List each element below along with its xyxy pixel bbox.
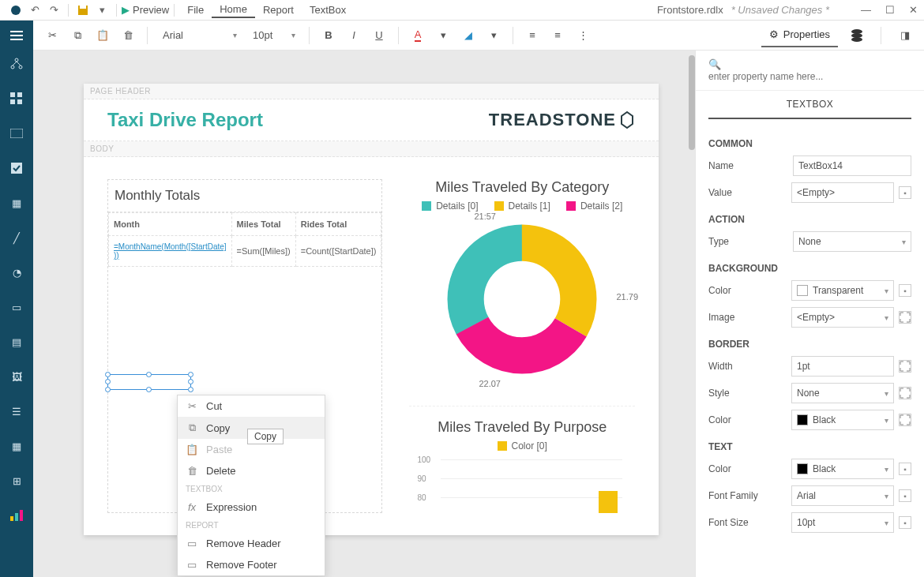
more-icon[interactable]: ⋮ <box>572 24 594 47</box>
align-left-icon[interactable]: ≡ <box>521 24 543 47</box>
font-family-picker-icon[interactable]: ▪ <box>899 489 911 502</box>
container-icon[interactable]: ▭ <box>8 298 25 316</box>
checkbox-icon[interactable] <box>8 159 25 177</box>
table-icon[interactable]: ▦ <box>8 437 25 455</box>
paste-icon[interactable]: 📋 <box>92 24 114 47</box>
svg-rect-20 <box>10 516 13 521</box>
bar-chart[interactable]: Miles Traveled By Purpose Color [0] 100 … <box>409 406 635 513</box>
redo-icon[interactable]: ↷ <box>44 4 63 16</box>
ctx-expression[interactable]: fxExpression <box>178 496 325 518</box>
expand-icon[interactable] <box>899 387 911 399</box>
collapse-panel-icon[interactable]: ◨ <box>894 24 916 47</box>
border-style-select[interactable]: None <box>791 383 894 403</box>
text-color-picker-icon[interactable]: ▪ <box>899 463 911 475</box>
text-color-select[interactable]: Black <box>791 459 894 479</box>
donut-title: Miles Traveled By Category <box>409 179 635 196</box>
svg-rect-17 <box>17 99 22 104</box>
report-title[interactable]: Taxi Drive Report <box>107 109 263 131</box>
bg-image-select[interactable]: <Empty> <box>791 307 894 328</box>
close-icon[interactable]: ✕ <box>909 4 918 16</box>
ctx-remove-header[interactable]: ▭Remove Header <box>178 533 325 554</box>
font-size-select[interactable]: 10pt <box>791 512 894 533</box>
bar-title: Miles Traveled By Purpose <box>409 419 635 436</box>
undo-icon[interactable]: ↶ <box>25 4 44 16</box>
matrix-icon[interactable]: ▦ <box>8 194 25 212</box>
value-picker-icon[interactable]: ▪ <box>899 186 911 199</box>
minimize-icon[interactable]: — <box>861 4 871 16</box>
align-center-icon[interactable]: ≡ <box>547 24 569 47</box>
property-search[interactable]: 🔍 <box>696 51 924 91</box>
chevron-down-icon[interactable]: ▾ <box>483 24 505 47</box>
maximize-icon[interactable]: ☐ <box>885 4 895 16</box>
properties-tab[interactable]: ⚙ Properties <box>761 24 838 47</box>
line-icon[interactable]: ╱ <box>8 229 25 246</box>
cut-icon[interactable]: ✂ <box>41 24 63 47</box>
filename-label: Frontstore.rdlx <box>657 4 723 16</box>
svg-rect-14 <box>10 92 15 97</box>
image-icon[interactable]: 🖼 <box>8 368 25 385</box>
ctx-cut[interactable]: ✂Cut <box>178 395 325 417</box>
textbox-icon[interactable] <box>8 125 25 142</box>
save-dropdown-icon[interactable]: ▾ <box>92 4 111 16</box>
grid-icon[interactable] <box>8 90 25 107</box>
table-data-row[interactable]: =MonthName(Month([StartDate] )) =Sum([Mi… <box>109 236 381 267</box>
ctx-delete[interactable]: 🗑Delete <box>178 460 325 481</box>
list-icon[interactable]: ☰ <box>8 403 25 420</box>
svg-rect-21 <box>15 513 18 521</box>
copy-icon[interactable]: ⧉ <box>66 24 88 47</box>
ctx-copy[interactable]: ⧉Copy Copy <box>178 417 325 439</box>
font-family-select[interactable]: Arial <box>791 485 894 506</box>
shape-icon[interactable]: ◔ <box>8 264 25 281</box>
tablix-icon[interactable]: ⊞ <box>8 472 25 489</box>
divider <box>116 4 117 17</box>
svg-point-11 <box>19 66 22 69</box>
svg-marker-23 <box>622 112 633 128</box>
divider <box>174 4 175 17</box>
ctx-remove-footer[interactable]: ▭Remove Footer <box>178 554 325 575</box>
underline-icon[interactable]: U <box>368 24 390 47</box>
ctx-tooltip: Copy <box>247 429 284 444</box>
svg-point-10 <box>11 66 14 69</box>
delete-icon[interactable]: 🗑 <box>117 24 139 47</box>
scrollbar[interactable] <box>689 55 695 150</box>
tree-icon[interactable] <box>8 55 25 73</box>
menu-textbox[interactable]: TextBox <box>302 2 354 17</box>
action-type-select[interactable]: None <box>793 231 911 252</box>
menu-report[interactable]: Report <box>255 2 302 17</box>
expand-icon[interactable] <box>899 311 911 324</box>
donut-chart[interactable]: Miles Traveled By Category Details [0] D… <box>409 179 635 382</box>
bg-color-picker-icon[interactable]: ▪ <box>899 284 911 297</box>
fill-color-icon[interactable]: ◢ <box>457 24 479 47</box>
expand-icon[interactable] <box>899 414 911 426</box>
italic-icon[interactable]: I <box>343 24 365 47</box>
value-input[interactable]: <Empty> <box>791 182 894 203</box>
name-input[interactable]: TextBox14 <box>793 155 911 176</box>
font-size-picker-icon[interactable]: ▪ <box>899 516 911 529</box>
hamburger-icon[interactable] <box>0 21 33 51</box>
text-color-icon[interactable]: A <box>407 24 429 47</box>
bg-color-select[interactable]: Transparent <box>791 280 894 301</box>
menu-file[interactable]: File <box>179 2 212 17</box>
chart-icon[interactable] <box>8 507 25 524</box>
textbox-selection[interactable] <box>107 374 191 390</box>
design-canvas[interactable]: PAGE HEADER Taxi Drive Report TREADSTONE… <box>33 51 695 577</box>
data-icon[interactable] <box>846 24 868 47</box>
font-size-select[interactable]: 10pt <box>246 25 301 46</box>
logo-icon[interactable] <box>6 5 25 16</box>
document-icon[interactable]: ▤ <box>8 333 25 350</box>
save-icon[interactable] <box>73 5 92 16</box>
bold-icon[interactable]: B <box>317 24 340 47</box>
table-header-row[interactable]: Month Miles Total Rides Total <box>109 213 381 236</box>
expand-icon[interactable] <box>899 360 911 373</box>
preview-button[interactable]: ▶Preview <box>122 4 169 16</box>
border-color-select[interactable]: Black <box>791 410 894 430</box>
font-family-select[interactable]: Arial <box>156 25 242 46</box>
report-page: PAGE HEADER Taxi Drive Report TREADSTONE… <box>84 84 659 535</box>
search-input[interactable] <box>708 71 911 82</box>
body-label: BODY <box>84 141 659 157</box>
divider <box>881 27 881 44</box>
brand-logo[interactable]: TREADSTONE <box>489 109 635 131</box>
chevron-down-icon[interactable]: ▾ <box>432 24 454 47</box>
border-width-input[interactable]: 1pt <box>791 356 894 377</box>
menu-home[interactable]: Home <box>212 2 255 18</box>
